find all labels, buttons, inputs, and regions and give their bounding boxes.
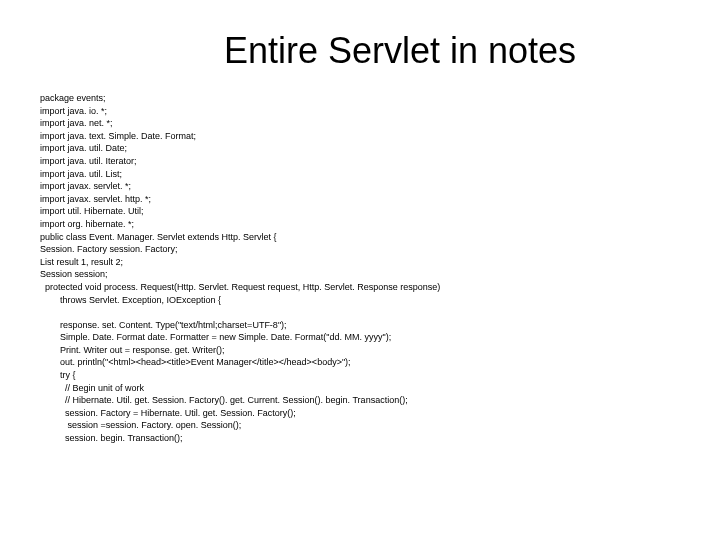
slide: Entire Servlet in notes package events; …	[0, 0, 720, 445]
slide-title: Entire Servlet in notes	[120, 30, 680, 72]
code-block: package events; import java. io. *; impo…	[40, 92, 680, 445]
